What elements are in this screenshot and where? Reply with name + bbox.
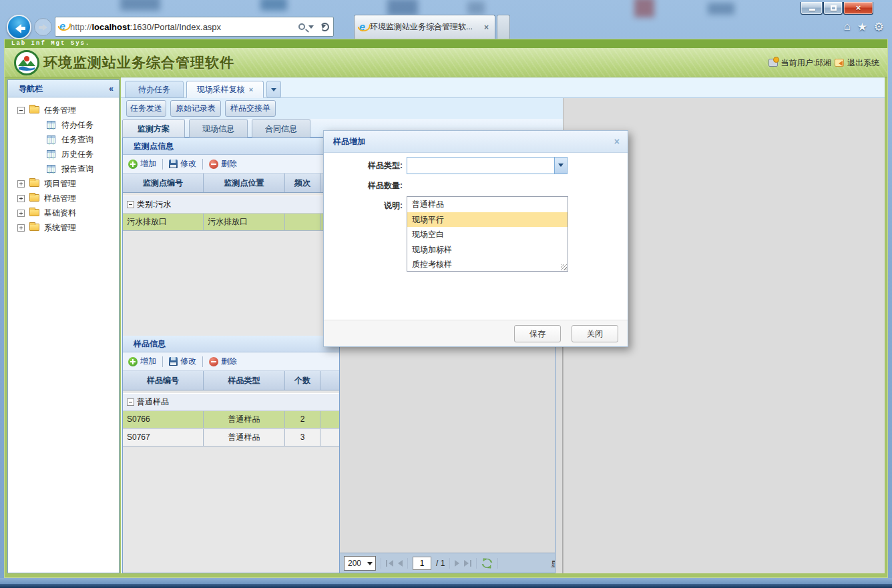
tab-close-icon[interactable]: × (483, 23, 490, 32)
delete-button[interactable]: 删除 (209, 356, 237, 367)
group-collapse-icon[interactable] (127, 201, 134, 208)
browser-tab[interactable]: e 环境监测站业务综合管理软... × (354, 15, 495, 39)
tab-todo-tasks[interactable]: 待办任务 (125, 81, 184, 98)
tree-node-sample-mgmt[interactable]: 样品管理 (8, 191, 119, 206)
tree-collapse-icon[interactable] (17, 107, 25, 114)
favorites-icon[interactable]: ★ (857, 20, 867, 34)
logout-link[interactable]: 退出系统 (847, 57, 879, 69)
subtab-field-info[interactable]: 现场信息 (189, 119, 248, 137)
prev-page-button[interactable] (398, 560, 403, 567)
tree-expand-icon[interactable] (17, 210, 25, 217)
tree-node-project-mgmt[interactable]: 项目管理 (8, 176, 119, 191)
sample-group-row[interactable]: 普通样品 (123, 393, 339, 411)
column-header[interactable]: 个数 (285, 371, 320, 390)
home-icon[interactable]: ⌂ (844, 20, 851, 33)
edit-button[interactable]: 修改 (169, 158, 196, 170)
refresh-grid-icon[interactable] (481, 558, 493, 569)
tree-label[interactable]: 任务查询 (61, 132, 93, 147)
tree-label[interactable]: 待办任务 (61, 117, 93, 132)
close-button[interactable]: 关闭 (572, 325, 618, 342)
chevron-down-icon (271, 88, 276, 94)
first-page-button[interactable] (386, 560, 393, 567)
dropdown-option[interactable]: 现场空白 (407, 227, 568, 242)
sample-add-dialog: 样品增加 × 样品类型: 样品数量: 说明: 普通样品 现场平行 现场空白 现场… (323, 130, 628, 347)
tree-expand-icon[interactable] (17, 224, 25, 232)
sidebar-collapse-icon[interactable]: « (109, 80, 114, 97)
delete-button[interactable]: 删除 (209, 158, 237, 170)
original-record-button[interactable]: 原始记录表 (170, 100, 221, 117)
sample-type-combobox[interactable] (407, 157, 568, 174)
add-button[interactable]: 增加 (128, 356, 156, 367)
column-header[interactable]: 样品编号 (123, 371, 204, 390)
address-bar[interactable]: e http://localhost:1630/Portal/Index.asp… (55, 17, 334, 37)
refresh-icon[interactable] (320, 23, 329, 31)
subtab-monitor-plan[interactable]: 监测方案 (122, 119, 185, 137)
page-size-select[interactable]: 200 (344, 556, 376, 571)
send-task-button[interactable]: 任务发送 (126, 100, 166, 117)
table-row[interactable]: S0766 普通样品 2 (123, 411, 339, 428)
url-path: :1630/Portal/Index.aspx (130, 22, 222, 32)
save-button[interactable]: 保存 (514, 325, 561, 342)
tree-node-todo-tasks[interactable]: 待办任务 (8, 117, 119, 132)
tab-field-sampling-review[interactable]: 现场采样复核× (186, 81, 264, 98)
dropdown-option[interactable]: 普通样品 (407, 197, 568, 212)
app-logo (14, 50, 39, 75)
folder-icon (29, 209, 39, 216)
tree-node-task-mgmt[interactable]: 任务管理 (8, 103, 119, 117)
combo-dropdown-button[interactable] (554, 158, 567, 174)
tree-expand-icon[interactable] (17, 195, 25, 202)
last-page-button[interactable] (464, 560, 471, 567)
tab-close-icon[interactable]: × (249, 85, 253, 93)
tree-label[interactable]: 历史任务 (61, 147, 93, 162)
subtab-contract-info[interactable]: 合同信息 (252, 119, 310, 137)
window-maximize-button[interactable] (823, 2, 843, 15)
tree-label[interactable]: 任务管理 (44, 103, 76, 117)
browser-tab-title: 环境监测站业务综合管理软... (370, 21, 483, 33)
desktop-blob (387, 0, 418, 16)
column-header[interactable]: 监测点位置 (204, 174, 285, 192)
tree-node-history-tasks[interactable]: 历史任务 (8, 147, 119, 162)
browser-back-button[interactable] (7, 15, 31, 39)
window-minimize-button[interactable] (801, 2, 823, 15)
column-header[interactable]: 监测点编号 (123, 174, 204, 192)
monitor-group-row[interactable]: 类别:污水 (123, 196, 339, 214)
url-text[interactable]: http://localhost:1630/Portal/Index.aspx (70, 22, 296, 32)
dropdown-option[interactable]: 现场加标样 (407, 242, 568, 258)
sample-handover-button[interactable]: 样品交接单 (225, 100, 276, 117)
tree-label[interactable]: 报告查询 (61, 162, 93, 176)
tab-list-dropdown-button[interactable] (266, 81, 281, 98)
column-header[interactable]: 样品类型 (204, 371, 285, 390)
table-row[interactable]: 污水排放口 污水排放口 (123, 214, 339, 231)
grid-icon (47, 121, 55, 129)
tree-label[interactable]: 项目管理 (44, 176, 76, 191)
group-collapse-icon[interactable] (127, 398, 134, 406)
sample-type-dropdown-list: 普通样品 现场平行 现场空白 现场加标样 质控考核样 (407, 196, 568, 272)
add-button[interactable]: 增加 (128, 158, 156, 170)
page-number-input[interactable] (413, 557, 431, 570)
browser-forward-button[interactable] (34, 18, 52, 36)
new-tab-button[interactable] (497, 15, 510, 39)
tree-label[interactable]: 基础资料 (44, 206, 76, 220)
tree-node-report-query[interactable]: 报告查询 (8, 162, 119, 176)
column-header[interactable]: 频次 (285, 174, 320, 192)
dialog-close-icon[interactable]: × (614, 131, 620, 153)
tree-node-task-query[interactable]: 任务查询 (8, 132, 119, 147)
settings-icon[interactable]: ⚙ (874, 20, 884, 34)
tree-node-system-mgmt[interactable]: 系统管理 (8, 220, 119, 235)
tree-expand-icon[interactable] (17, 180, 25, 188)
table-row[interactable]: S0767 普通样品 3 (123, 429, 339, 447)
app-header: 环境监测站业务综合管理软件 当前用户:邱湘 退出系统 (5, 48, 887, 77)
dropdown-option[interactable]: 质控考核样 (407, 257, 568, 272)
next-page-button[interactable] (455, 560, 459, 567)
dropdown-option-highlighted[interactable]: 现场平行 (407, 212, 568, 228)
search-icon[interactable] (298, 23, 305, 30)
edit-button[interactable]: 修改 (169, 356, 196, 367)
window-close-button[interactable]: × (843, 2, 873, 15)
tree-label[interactable]: 样品管理 (44, 191, 76, 206)
tree-node-base-data[interactable]: 基础资料 (8, 206, 119, 220)
separator (162, 356, 163, 367)
tree-label[interactable]: 系统管理 (44, 220, 76, 235)
tab-label: 待办任务 (138, 85, 170, 94)
search-dropdown-icon[interactable] (308, 25, 314, 31)
resize-handle-icon[interactable] (561, 264, 567, 270)
